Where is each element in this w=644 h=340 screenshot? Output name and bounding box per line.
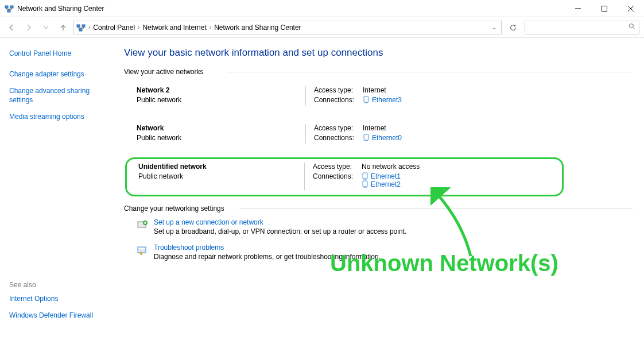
setup-connection-link[interactable]: Set up a new connection or network [154, 218, 263, 226]
active-networks-section-title: View your active networks [124, 68, 633, 76]
settings-item: Troubleshoot problems Diagnose and repai… [137, 244, 633, 261]
svg-rect-10 [363, 173, 367, 179]
network-block: Network 2 Public network Access type: In… [124, 82, 633, 119]
network-center-icon [76, 23, 86, 32]
svg-point-7 [630, 24, 634, 28]
access-type-label: Access type: [314, 86, 363, 94]
troubleshoot-link[interactable]: Troubleshoot problems [154, 244, 224, 252]
change-settings-section-title: Change your networking settings [124, 204, 633, 212]
ethernet-icon [363, 96, 370, 104]
svg-rect-1 [10, 6, 13, 8]
sidebar-link-sharing[interactable]: Change advanced sharing settings [9, 87, 111, 105]
network-type: Public network [137, 96, 300, 104]
refresh-button[interactable] [505, 21, 521, 34]
back-button[interactable] [5, 21, 18, 34]
breadcrumb-item[interactable]: Control Panel [93, 24, 135, 32]
sidebar-link-streaming[interactable]: Media streaming options [9, 113, 111, 122]
svg-rect-6 [79, 29, 82, 31]
forward-button[interactable] [22, 21, 36, 34]
network-block: Unidentified network Public network Acce… [138, 163, 556, 190]
setup-connection-desc: Set up a broadband, dial-up, or VPN conn… [154, 227, 406, 235]
connection-link[interactable]: Ethernet2 [371, 180, 401, 188]
connections-label: Connections: [313, 172, 362, 180]
window-controls [565, 0, 644, 17]
main-content: View your basic network information and … [121, 38, 644, 340]
minimize-button[interactable] [565, 0, 591, 17]
svg-rect-9 [364, 134, 368, 140]
connection-link[interactable]: Ethernet1 [371, 172, 401, 180]
svg-rect-15 [139, 248, 145, 249]
svg-rect-14 [138, 247, 146, 253]
svg-rect-5 [82, 25, 85, 27]
control-panel-home-link[interactable]: Control Panel Home [9, 49, 111, 59]
network-name: Unidentified network [138, 163, 298, 171]
sidebar-link-adapter[interactable]: Change adapter settings [9, 70, 111, 79]
svg-rect-4 [77, 25, 80, 27]
breadcrumb[interactable]: › Control Panel › Network and Internet ›… [73, 21, 502, 34]
access-type-value: Internet [363, 124, 386, 132]
svg-rect-11 [363, 181, 367, 187]
connection-link[interactable]: Ethernet3 [372, 96, 402, 104]
network-type: Public network [138, 172, 298, 180]
svg-rect-8 [364, 96, 368, 102]
see-also-firewall[interactable]: Windows Defender Firewall [9, 311, 111, 320]
search-box[interactable] [525, 21, 639, 34]
sidebar: Control Panel Home Change adapter settin… [0, 38, 121, 340]
page-heading: View your basic network information and … [124, 47, 633, 59]
search-input[interactable] [529, 24, 629, 32]
network-name: Network [137, 124, 300, 132]
network-type: Public network [137, 134, 300, 142]
svg-rect-0 [5, 6, 8, 8]
breadcrumb-item[interactable]: Network and Sharing Center [214, 24, 301, 32]
network-block: Network Public network Access type: Inte… [124, 119, 633, 157]
network-center-icon [5, 4, 14, 13]
titlebar: Network and Sharing Center [0, 0, 644, 17]
up-button[interactable] [56, 21, 70, 34]
troubleshoot-icon [137, 245, 148, 256]
connections-label: Connections: [314, 96, 363, 104]
troubleshoot-desc: Diagnose and repair network problems, or… [154, 253, 381, 261]
svg-rect-2 [7, 10, 10, 12]
breadcrumb-item[interactable]: Network and Internet [142, 24, 206, 32]
ethernet-icon [362, 172, 368, 180]
svg-rect-3 [602, 6, 607, 11]
recent-dropdown[interactable] [39, 21, 53, 34]
access-type-value: Internet [363, 86, 386, 94]
highlight-annotation-box: Unidentified network Public network Acce… [125, 157, 564, 196]
settings-item: Set up a new connection or network Set u… [137, 218, 633, 235]
connections-label: Connections: [314, 134, 363, 142]
access-type-value: No network access [362, 163, 420, 171]
breadcrumb-expand[interactable]: ⌄ [490, 24, 499, 30]
connection-link[interactable]: Ethernet0 [372, 134, 402, 142]
ethernet-icon [363, 134, 370, 142]
see-also-label: See also [9, 281, 111, 289]
close-button[interactable] [618, 0, 644, 17]
navbar: › Control Panel › Network and Internet ›… [0, 17, 644, 38]
window-title: Network and Sharing Center [17, 5, 565, 13]
network-name: Network 2 [137, 86, 300, 94]
access-type-label: Access type: [314, 124, 363, 132]
ethernet-icon [362, 180, 368, 188]
maximize-button[interactable] [591, 0, 618, 17]
search-icon [629, 23, 635, 32]
body: Control Panel Home Change adapter settin… [0, 38, 644, 340]
chevron-right-icon[interactable]: › [87, 24, 92, 30]
chevron-right-icon[interactable]: › [136, 24, 141, 30]
chevron-right-icon[interactable]: › [208, 24, 213, 30]
see-also-internet-options[interactable]: Internet Options [9, 295, 111, 304]
access-type-label: Access type: [313, 163, 362, 171]
new-connection-icon [137, 219, 148, 231]
